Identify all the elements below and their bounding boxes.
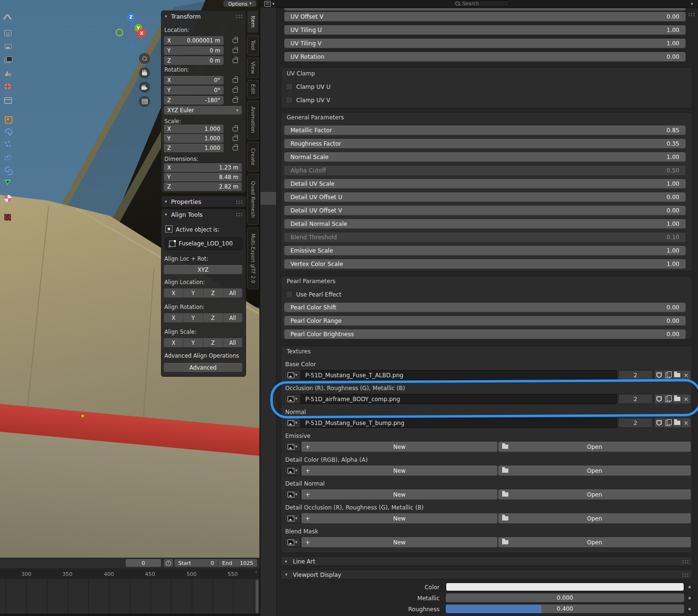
collapse-chevron-icon[interactable]: ▾ — [165, 14, 167, 19]
users-count-button[interactable]: 2 — [618, 370, 653, 380]
lock-icon[interactable] — [233, 127, 238, 131]
panel-grip[interactable] — [236, 212, 243, 217]
align-scale-x-button[interactable]: X — [164, 338, 183, 347]
world-properties-icon[interactable] — [4, 83, 12, 91]
zoom-button[interactable] — [139, 53, 150, 64]
detail-uv-scale-slider[interactable]: Detail UV Scale1.00 — [284, 179, 686, 189]
open-image-button[interactable]: Open — [498, 537, 691, 547]
fake-user-button[interactable] — [655, 418, 664, 428]
align-loc-z-button[interactable]: Z — [204, 288, 223, 297]
align-xyz-button[interactable]: XYZ — [164, 265, 242, 274]
open-image-button[interactable] — [673, 370, 682, 380]
uv-tiling-v-slider[interactable]: UV Tiling V 1.00 — [284, 39, 686, 48]
new-image-button[interactable]: +New — [301, 466, 497, 476]
fake-user-button[interactable] — [655, 394, 664, 404]
timeline-scrollbar[interactable] — [256, 580, 258, 613]
image-datablock-button[interactable]: ▾ — [284, 394, 301, 404]
lock-icon[interactable] — [233, 146, 238, 150]
viewport-roughness-slider[interactable]: 0.400 — [446, 605, 684, 613]
panel-grip[interactable] — [236, 200, 243, 204]
use-preview-range-button[interactable] — [164, 559, 173, 567]
dimension-x-field[interactable]: X 1.23 m — [164, 163, 242, 172]
lock-icon[interactable] — [233, 137, 238, 141]
output-properties-icon[interactable] — [4, 42, 12, 51]
lock-icon[interactable] — [233, 59, 238, 63]
open-image-button[interactable] — [673, 418, 682, 428]
tab-create[interactable]: Create — [247, 142, 258, 171]
location-y-field[interactable]: Y 0 m — [164, 46, 224, 55]
new-image-button[interactable]: +New — [301, 442, 497, 452]
scene-properties-icon[interactable] — [4, 69, 12, 77]
tab-item[interactable]: Item — [247, 11, 258, 33]
rotation-mode-dropdown[interactable]: XYZ Euler ▾ — [164, 106, 242, 115]
align-scale-y-button[interactable]: Y — [183, 338, 203, 347]
particles-properties-icon[interactable] — [4, 140, 12, 149]
uv-offset-v-slider[interactable]: UV Offset V 0.00 — [284, 12, 686, 21]
clipped-slider-row[interactable] — [284, 8, 686, 11]
tab-multi-export-gltf[interactable]: Multi-Export glTF 2.0 — [247, 227, 258, 289]
tab-edit[interactable]: Edit — [247, 80, 258, 98]
fake-user-button[interactable] — [655, 370, 664, 380]
dimension-y-field[interactable]: Y 8.48 m — [164, 173, 242, 181]
clamp-uv-v-checkbox[interactable] — [286, 96, 293, 104]
align-loc-y-button[interactable]: Y — [183, 288, 203, 297]
align-loc-x-button[interactable]: X — [164, 288, 183, 297]
image-datablock-button[interactable]: ▾ — [284, 513, 301, 523]
lock-icon[interactable] — [233, 98, 238, 103]
clamp-uv-u-checkbox[interactable] — [286, 83, 293, 90]
open-image-button[interactable] — [673, 394, 682, 404]
scale-y-field[interactable]: Y 1.000 — [164, 134, 224, 143]
viewport-color-swatch[interactable] — [446, 583, 684, 591]
texture-name-field[interactable]: P-51D_Mustang_Fuse_T_bump.png — [301, 418, 617, 428]
new-image-button[interactable]: +New — [301, 513, 497, 523]
view-layer-properties-icon[interactable] — [4, 56, 12, 64]
search-box[interactable] — [453, 0, 509, 7]
location-z-field[interactable]: Z 0 m — [164, 56, 224, 65]
emissive-scale-slider[interactable]: Emissive Scale1.00 — [284, 246, 686, 255]
texture-properties-icon[interactable] — [4, 213, 12, 222]
duplicate-image-button[interactable] — [664, 370, 673, 380]
tab-animation[interactable]: Animation — [247, 101, 258, 139]
align-rot-y-button[interactable]: Y — [183, 313, 203, 322]
filter-chevron-icon[interactable]: ▾ — [691, 2, 693, 6]
editor-type-button[interactable]: ▾ — [264, 1, 278, 7]
unlink-button[interactable]: × — [682, 394, 691, 404]
panel-grip[interactable] — [682, 573, 689, 577]
pearl-color-shift-slider[interactable]: Pearl Color Shift0.00 — [284, 303, 686, 312]
vertex-color-scale-slider[interactable]: Vertex Color Scale1.00 — [284, 259, 686, 269]
roughness-factor-slider[interactable]: Roughness Factor0.35 — [284, 139, 686, 149]
texture-name-field[interactable]: P-51D_Mustang_Fuse_T_ALBD.png — [301, 370, 617, 380]
timeline-ruler[interactable] — [0, 568, 259, 579]
lock-icon[interactable] — [233, 88, 238, 93]
image-datablock-button[interactable]: ▾ — [284, 537, 301, 547]
detail-normal-scale-slider[interactable]: Detail Normal Scale1.00 — [284, 219, 686, 229]
new-image-button[interactable]: +New — [301, 537, 497, 547]
image-datablock-button[interactable]: ▾ — [284, 489, 301, 499]
align-scale-all-button[interactable]: All — [223, 338, 242, 347]
physics-properties-icon[interactable] — [4, 153, 12, 161]
image-datablock-button[interactable]: ▾ — [284, 466, 301, 476]
rotation-x-field[interactable]: X 0° — [164, 76, 224, 85]
camera-view-button[interactable] — [139, 82, 150, 93]
image-datablock-button[interactable]: ▾ — [284, 442, 301, 452]
line-art-header[interactable]: ▸ Line Art — [281, 556, 692, 566]
detail-uv-offset-v-slider[interactable]: Detail UV Offset V0.00 — [284, 206, 686, 215]
animate-dot[interactable] — [688, 608, 691, 610]
frame-end-field[interactable]: End 1025 — [218, 559, 257, 567]
collapse-arrow-icon[interactable]: ‹ — [255, 569, 257, 574]
users-count-button[interactable]: 2 — [618, 418, 653, 428]
advanced-button[interactable]: Advanced — [164, 363, 242, 372]
align-scale-z-button[interactable]: Z — [204, 338, 223, 347]
align-rot-all-button[interactable]: All — [223, 313, 242, 322]
panel-grip[interactable] — [688, 12, 695, 17]
detail-uv-offset-u-slider[interactable]: Detail UV Offset U0.00 — [284, 192, 686, 202]
image-datablock-button[interactable]: ▾ — [284, 370, 301, 380]
scale-x-field[interactable]: X 1.000 — [164, 125, 224, 133]
options-button[interactable]: Options ▾ — [223, 0, 257, 7]
lock-icon[interactable] — [233, 39, 238, 43]
animate-dot[interactable] — [688, 597, 691, 599]
uv-tiling-u-slider[interactable]: UV Tiling U 1.00 — [284, 25, 686, 35]
pan-hand-button[interactable] — [139, 67, 150, 78]
metallic-factor-slider[interactable]: Metallic Factor0.85 — [284, 126, 686, 135]
viewport-display-header[interactable]: ▾ Viewport Display — [281, 570, 692, 579]
